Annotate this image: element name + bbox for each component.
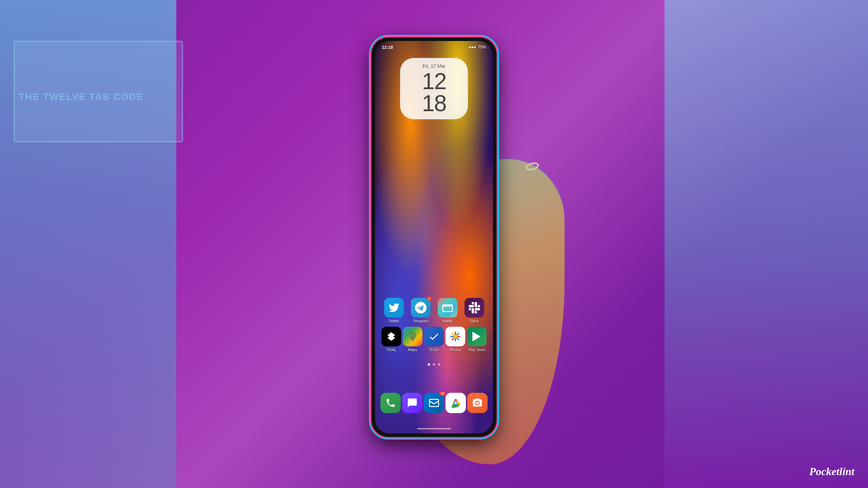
phone-app-icon — [380, 393, 401, 413]
clock-widget: Fri, 17 Mar 12 18 — [400, 58, 468, 119]
twitter-label: Twitter — [388, 319, 399, 323]
slack-label: Slack — [470, 319, 479, 323]
telegram-badge: 1 — [427, 297, 432, 301]
dock: 15 — [380, 389, 488, 416]
status-right: ●●● 75% — [469, 45, 486, 49]
page-dot-1 — [428, 363, 430, 366]
maps-icon — [403, 327, 422, 346]
app-maps[interactable]: Maps — [402, 327, 423, 352]
chat-app-icon — [402, 393, 422, 413]
slack-icon — [465, 298, 484, 318]
twitter-icon — [384, 298, 404, 318]
dock-phone[interactable] — [380, 393, 401, 413]
telegram-label: Telegram — [413, 319, 428, 323]
status-time: 12:18 — [382, 45, 393, 50]
app-playstore[interactable]: Play Store — [466, 327, 488, 352]
playstore-label: Play Store — [468, 348, 486, 352]
todo-icon — [424, 327, 444, 346]
watermark: Pocketlint — [809, 465, 854, 478]
playstore-icon — [467, 327, 487, 346]
app-photos[interactable]: Photos — [445, 327, 466, 352]
photos-icon — [446, 327, 465, 346]
dock-outlook[interactable]: 15 — [424, 393, 444, 413]
camera-app-icon — [467, 393, 488, 413]
svg-point-4 — [455, 402, 457, 404]
tidal-label: TIDAL — [386, 348, 396, 352]
app-row-2: TIDAL Maps — [380, 327, 488, 352]
app-wallet[interactable]: Wallet — [435, 298, 460, 323]
phone-scene: 12:18 ●●● 75% Fri, 17 Mar 12 18 — [281, 24, 587, 464]
outlook-app-icon: 15 — [424, 393, 444, 413]
page-dot-3 — [438, 363, 440, 366]
dock-chat[interactable] — [402, 393, 422, 413]
app-todo[interactable]: To Do — [423, 327, 445, 352]
page-dots — [428, 363, 440, 366]
phone-body: 12:18 ●●● 75% Fri, 17 Mar 12 18 — [371, 37, 497, 437]
page-dot-2 — [433, 363, 435, 366]
app-twitter[interactable]: Twitter — [382, 298, 406, 323]
tidal-icon — [381, 327, 401, 346]
wallet-label: Wallet — [442, 319, 452, 323]
battery-text: 75% — [478, 45, 486, 49]
dock-camera[interactable] — [467, 393, 488, 413]
app-row-1: Twitter 1 Telegram — [380, 298, 488, 323]
clock-minute: 18 — [422, 90, 446, 116]
phone-screen: 12:18 ●●● 75% Fri, 17 Mar 12 18 — [375, 41, 493, 433]
app-telegram[interactable]: 1 Telegram — [409, 298, 433, 323]
app-slack[interactable]: Slack — [462, 298, 487, 323]
bg-right-overlay — [665, 0, 868, 488]
watermark-text: Pocketlint — [809, 465, 854, 477]
status-bar: 12:18 ●●● 75% — [375, 41, 493, 53]
telegram-icon: 1 — [411, 298, 431, 318]
photos-label: Photos — [450, 348, 461, 352]
app-tidal[interactable]: TIDAL — [380, 327, 402, 352]
outlook-badge: 15 — [439, 391, 446, 395]
app-grid: Twitter 1 Telegram — [375, 298, 493, 355]
maps-label: Maps — [408, 348, 417, 352]
chrome-app-icon — [446, 393, 466, 413]
bg-monitor-text: THE TWELVE TAB CODE — [19, 92, 143, 102]
dock-chrome[interactable] — [446, 393, 466, 413]
wallet-icon — [438, 298, 457, 318]
todo-label: To Do — [429, 348, 439, 352]
clock-time: 12 18 — [408, 70, 460, 114]
signal-icon: ●●● — [469, 45, 476, 49]
svg-rect-1 — [430, 399, 439, 406]
nav-bar — [417, 428, 451, 429]
